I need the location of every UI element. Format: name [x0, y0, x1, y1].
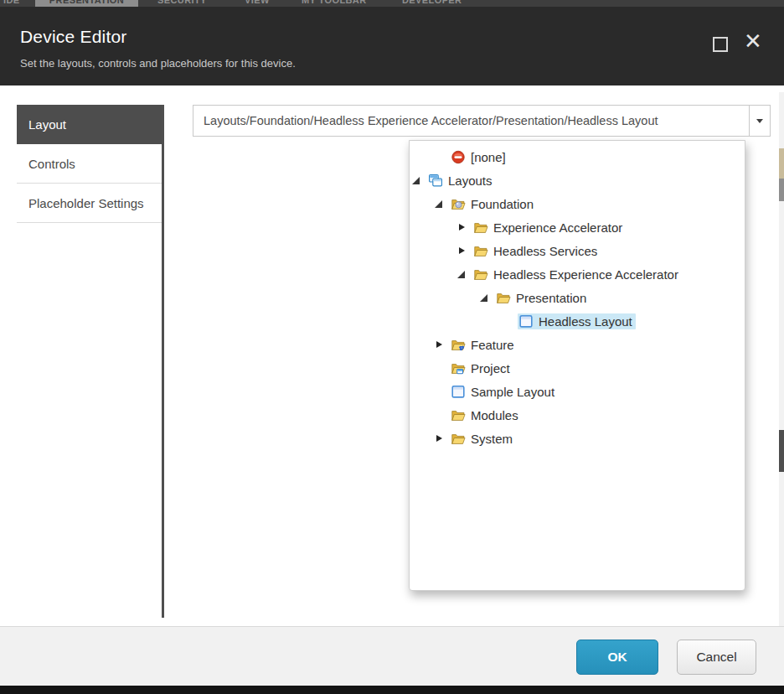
tree-item-selected[interactable]: Headless Layout: [518, 313, 636, 329]
dialog-title: Device Editor: [20, 27, 126, 47]
tree-arrow-slot: [435, 384, 450, 399]
tree-item-content[interactable]: Presentation: [495, 290, 590, 306]
tree-arrow-slot[interactable]: [412, 173, 427, 188]
tree-item[interactable]: Foundation: [410, 192, 745, 215]
expand-arrow-icon[interactable]: [459, 224, 465, 230]
folder-gear-icon: [451, 338, 466, 352]
chevron-down-icon: [756, 119, 763, 123]
tree-item[interactable]: System: [410, 427, 745, 450]
tree-item-content[interactable]: Headless Experience Accelerator: [472, 267, 682, 282]
tree-item[interactable]: Layouts: [410, 168, 745, 192]
ribbon-tab-view[interactable]: VIEW: [245, 0, 270, 6]
expand-arrow-icon[interactable]: [459, 247, 465, 254]
cancel-button[interactable]: Cancel: [677, 640, 756, 675]
ribbon-tab-developer[interactable]: DEVELOPER: [402, 0, 462, 6]
tree-item-content[interactable]: Sample Layout: [450, 384, 558, 400]
folder-sphere-icon: [451, 197, 466, 211]
folder-icon: [473, 267, 488, 282]
tree-item[interactable]: Headless Layout: [410, 309, 745, 333]
tree-item[interactable]: Experience Accelerator: [410, 215, 745, 239]
scrollbar-segment: [779, 430, 784, 472]
tree-arrow-slot[interactable]: [435, 196, 450, 211]
expand-arrow-icon[interactable]: [436, 435, 442, 442]
tree-arrow-slot[interactable]: [457, 243, 472, 258]
tree-item-content[interactable]: Foundation: [450, 196, 537, 212]
collapse-arrow-icon[interactable]: [412, 177, 420, 184]
tree-arrow-slot[interactable]: [480, 290, 495, 305]
tree-item-content[interactable]: Experience Accelerator: [472, 220, 626, 236]
tree-item[interactable]: Project: [410, 356, 745, 380]
tree-item-label: Sample Layout: [471, 385, 554, 399]
folder-icon: [451, 432, 466, 446]
scrollbar-thumb[interactable]: [779, 179, 784, 201]
tree-item-label: Headless Experience Accelerator: [493, 267, 678, 282]
folder-icon: [451, 408, 466, 422]
dialog-subtitle: Set the layouts, controls and placeholde…: [20, 57, 296, 70]
folder-icon: [473, 244, 488, 258]
tree-item-label: System: [471, 432, 513, 446]
tab-controls[interactable]: Controls: [17, 144, 163, 184]
dialog-header: Device Editor Set the layouts, controls …: [0, 7, 784, 85]
tree-arrow-slot: [435, 149, 450, 164]
ribbon-tab-my-toolbar[interactable]: MY TOOLBAR: [302, 0, 367, 6]
ribbon-tab-ide[interactable]: IDE: [3, 0, 20, 6]
tree-item-content[interactable]: Modules: [450, 407, 522, 423]
tree-arrow-slot: [435, 407, 450, 422]
tab-placeholder-settings[interactable]: Placeholder Settings: [17, 184, 163, 223]
tree-item-label: Presentation: [516, 291, 586, 305]
tree-item-content[interactable]: [none]: [450, 149, 509, 165]
tree-item-content[interactable]: Project: [450, 360, 513, 376]
tree-arrow-slot[interactable]: [435, 431, 450, 446]
tree-item[interactable]: Feature: [410, 333, 745, 356]
tree-item-label: Experience Accelerator: [493, 220, 622, 235]
collapse-arrow-icon[interactable]: [435, 200, 442, 208]
tree-arrow-slot: [435, 360, 450, 375]
close-icon[interactable]: ✕: [744, 28, 762, 54]
ribbon-tab-presentation[interactable]: PRESENTATION: [35, 0, 138, 7]
dialog-tabs: Layout Controls Placeholder Settings: [17, 105, 163, 223]
layout-icon: [518, 314, 534, 329]
page-scrollbar[interactable]: [779, 92, 784, 626]
tree-item-label: Headless Services: [493, 244, 597, 258]
layout-icon: [451, 385, 466, 399]
tree-item-label: Project: [471, 361, 510, 375]
tree-arrow-slot[interactable]: [457, 220, 472, 235]
ribbon-tab-label: PRESENTATION: [35, 0, 138, 6]
layouts-icon: [428, 174, 443, 188]
folder-icon: [496, 291, 511, 305]
tree-item-content[interactable]: Headless Services: [472, 243, 601, 259]
tree-item-label: Foundation: [471, 197, 534, 211]
layout-tree-dropdown: [none]LayoutsFoundationExperience Accele…: [409, 140, 745, 591]
collapse-arrow-icon[interactable]: [457, 271, 465, 278]
dialog-footer: OK Cancel: [0, 626, 784, 686]
folder-window-icon: [451, 361, 466, 375]
tabs-divider: [162, 105, 164, 618]
tree-item[interactable]: Headless Experience Accelerator: [410, 262, 745, 286]
tree-item-content[interactable]: Layouts: [427, 173, 496, 189]
folder-icon: [473, 220, 488, 235]
layout-combobox-value: Layouts/Foundation/Headless Experience A…: [193, 106, 770, 136]
tree-arrow-slot[interactable]: [435, 337, 450, 352]
tree-arrow-slot[interactable]: [457, 267, 472, 282]
tree-item-content[interactable]: Feature: [450, 337, 518, 353]
expand-arrow-icon[interactable]: [436, 341, 442, 348]
scrollbar-segment: [779, 148, 784, 179]
maximize-icon[interactable]: [713, 37, 728, 52]
ribbon-tab-security[interactable]: SECURITY: [157, 0, 207, 6]
layout-combobox[interactable]: Layouts/Foundation/Headless Experience A…: [193, 105, 771, 137]
collapse-arrow-icon[interactable]: [480, 294, 487, 302]
ok-button[interactable]: OK: [576, 640, 658, 675]
tree-item-label: Layouts: [448, 174, 493, 188]
tab-layout[interactable]: Layout: [17, 105, 163, 144]
background-ribbon-bar: IDEPRESENTATIONSECURITYVIEWMY TOOLBARDEV…: [0, 0, 784, 7]
tree-item-label: Headless Layout: [539, 314, 632, 329]
tree-item[interactable]: Headless Services: [410, 239, 745, 262]
tree-item[interactable]: Sample Layout: [410, 380, 745, 403]
combobox-dropdown-button[interactable]: [749, 106, 770, 136]
tree-item[interactable]: Presentation: [410, 286, 745, 309]
tree-item[interactable]: Modules: [410, 403, 745, 427]
background-page-strip: [0, 686, 784, 694]
tree-item[interactable]: [none]: [410, 145, 745, 168]
tree-item-content[interactable]: System: [450, 431, 516, 447]
tree-item-label: [none]: [471, 150, 506, 164]
